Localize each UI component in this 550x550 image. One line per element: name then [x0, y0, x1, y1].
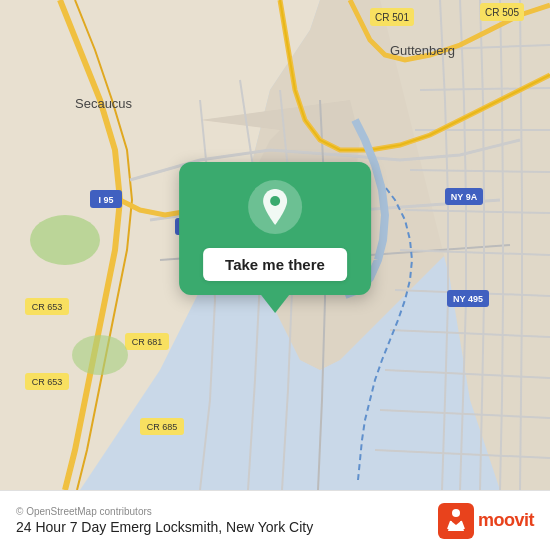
svg-text:NY 9A: NY 9A	[451, 192, 478, 202]
svg-text:CR 681: CR 681	[132, 337, 163, 347]
svg-text:CR 653: CR 653	[32, 377, 63, 387]
svg-point-29	[72, 335, 128, 375]
map-attribution: © OpenStreetMap contributors	[16, 506, 313, 517]
map-container: CR 501 CR 505 I 95 NJ NY 9A NY 495 CR 65…	[0, 0, 550, 490]
location-pin-icon	[259, 189, 291, 225]
svg-text:Guttenberg: Guttenberg	[390, 43, 455, 58]
svg-point-32	[452, 509, 460, 517]
moovit-logo: moovit	[438, 503, 534, 539]
svg-text:CR 685: CR 685	[147, 422, 178, 432]
svg-rect-31	[438, 503, 474, 539]
popup-triangle	[261, 295, 289, 313]
take-me-there-button[interactable]: Take me there	[203, 248, 347, 281]
popup-box: Take me there	[179, 162, 371, 295]
svg-point-30	[270, 196, 280, 206]
svg-text:CR 653: CR 653	[32, 302, 63, 312]
location-icon-wrap	[248, 180, 302, 234]
place-title: 24 Hour 7 Day Emerg Locksmith, New York …	[16, 519, 313, 535]
footer-left: © OpenStreetMap contributors 24 Hour 7 D…	[16, 506, 313, 535]
svg-text:Secaucus: Secaucus	[75, 96, 133, 111]
popup-overlay: Take me there	[179, 162, 371, 313]
svg-text:I 95: I 95	[98, 195, 113, 205]
svg-text:CR 501: CR 501	[375, 12, 409, 23]
svg-text:NY 495: NY 495	[453, 294, 483, 304]
svg-point-28	[30, 215, 100, 265]
moovit-text: moovit	[478, 510, 534, 531]
footer: © OpenStreetMap contributors 24 Hour 7 D…	[0, 490, 550, 550]
svg-text:CR 505: CR 505	[485, 7, 519, 18]
moovit-logo-icon	[438, 503, 474, 539]
